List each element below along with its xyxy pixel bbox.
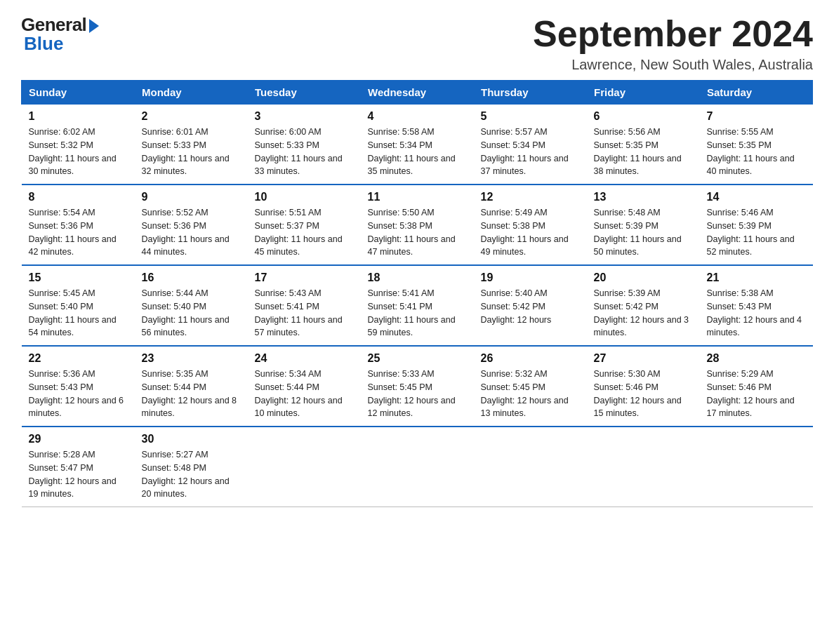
calendar-day-cell [700, 427, 813, 507]
calendar-day-cell: 29 Sunrise: 5:28 AM Sunset: 5:47 PM Dayl… [22, 427, 135, 507]
calendar-day-cell: 3 Sunrise: 6:00 AM Sunset: 5:33 PM Dayli… [248, 105, 361, 185]
day-number: 17 [255, 271, 354, 284]
calendar-table: Sunday Monday Tuesday Wednesday Thursday… [21, 80, 813, 507]
day-info: Sunrise: 5:51 AM Sunset: 5:37 PM Dayligh… [255, 206, 354, 259]
day-info: Sunrise: 5:49 AM Sunset: 5:38 PM Dayligh… [481, 206, 580, 259]
calendar-header: Sunday Monday Tuesday Wednesday Thursday… [22, 81, 813, 105]
day-info: Sunrise: 5:46 AM Sunset: 5:39 PM Dayligh… [707, 206, 806, 259]
day-info: Sunrise: 5:54 AM Sunset: 5:36 PM Dayligh… [29, 206, 128, 259]
day-info: Sunrise: 5:40 AM Sunset: 5:42 PM Dayligh… [481, 287, 580, 326]
calendar-week-row: 22 Sunrise: 5:36 AM Sunset: 5:43 PM Dayl… [22, 346, 813, 427]
calendar-day-cell: 16 Sunrise: 5:44 AM Sunset: 5:40 PM Dayl… [135, 265, 248, 346]
day-number: 1 [29, 110, 128, 123]
calendar-day-cell: 1 Sunrise: 6:02 AM Sunset: 5:32 PM Dayli… [22, 105, 135, 185]
day-info: Sunrise: 5:45 AM Sunset: 5:40 PM Dayligh… [29, 287, 128, 340]
calendar-week-row: 1 Sunrise: 6:02 AM Sunset: 5:32 PM Dayli… [22, 105, 813, 185]
day-number: 3 [255, 110, 354, 123]
day-number: 2 [142, 110, 241, 123]
day-number: 25 [368, 352, 467, 365]
location-label: Lawrence, New South Wales, Australia [533, 57, 813, 73]
calendar-day-cell: 18 Sunrise: 5:41 AM Sunset: 5:41 PM Dayl… [361, 265, 474, 346]
day-number: 15 [29, 271, 128, 284]
day-info: Sunrise: 5:38 AM Sunset: 5:43 PM Dayligh… [707, 287, 806, 340]
logo-arrow-icon [89, 19, 99, 33]
day-number: 12 [481, 191, 580, 203]
day-info: Sunrise: 5:50 AM Sunset: 5:38 PM Dayligh… [368, 206, 467, 259]
day-info: Sunrise: 5:34 AM Sunset: 5:44 PM Dayligh… [255, 368, 354, 420]
day-info: Sunrise: 6:00 AM Sunset: 5:33 PM Dayligh… [255, 126, 354, 178]
day-info: Sunrise: 5:33 AM Sunset: 5:45 PM Dayligh… [368, 368, 467, 420]
day-info: Sunrise: 5:58 AM Sunset: 5:34 PM Dayligh… [368, 126, 467, 178]
calendar-day-cell [474, 427, 587, 507]
calendar-day-cell: 28 Sunrise: 5:29 AM Sunset: 5:46 PM Dayl… [700, 346, 813, 427]
calendar-day-cell [587, 427, 700, 507]
day-info: Sunrise: 5:29 AM Sunset: 5:46 PM Dayligh… [707, 368, 806, 420]
title-section: September 2024 Lawrence, New South Wales… [533, 14, 813, 73]
day-number: 4 [368, 110, 467, 123]
day-number: 19 [481, 271, 580, 284]
header-wednesday: Wednesday [361, 81, 474, 105]
day-number: 14 [707, 191, 806, 203]
logo: General Blue [21, 14, 99, 55]
page-header: General Blue September 2024 Lawrence, Ne… [21, 14, 813, 73]
day-info: Sunrise: 5:32 AM Sunset: 5:45 PM Dayligh… [481, 368, 580, 420]
calendar-day-cell: 10 Sunrise: 5:51 AM Sunset: 5:37 PM Dayl… [248, 185, 361, 265]
day-number: 27 [594, 352, 693, 365]
day-number: 24 [255, 352, 354, 365]
weekday-header-row: Sunday Monday Tuesday Wednesday Thursday… [22, 81, 813, 105]
calendar-day-cell: 14 Sunrise: 5:46 AM Sunset: 5:39 PM Dayl… [700, 185, 813, 265]
calendar-day-cell [248, 427, 361, 507]
logo-blue-text: Blue [24, 33, 63, 55]
day-number: 11 [368, 191, 467, 203]
calendar-day-cell: 13 Sunrise: 5:48 AM Sunset: 5:39 PM Dayl… [587, 185, 700, 265]
header-friday: Friday [587, 81, 700, 105]
calendar-day-cell: 24 Sunrise: 5:34 AM Sunset: 5:44 PM Dayl… [248, 346, 361, 427]
calendar-day-cell: 15 Sunrise: 5:45 AM Sunset: 5:40 PM Dayl… [22, 265, 135, 346]
day-info: Sunrise: 5:30 AM Sunset: 5:46 PM Dayligh… [594, 368, 693, 420]
day-info: Sunrise: 5:57 AM Sunset: 5:34 PM Dayligh… [481, 126, 580, 178]
calendar-week-row: 8 Sunrise: 5:54 AM Sunset: 5:36 PM Dayli… [22, 185, 813, 265]
calendar-day-cell: 20 Sunrise: 5:39 AM Sunset: 5:42 PM Dayl… [587, 265, 700, 346]
day-info: Sunrise: 5:39 AM Sunset: 5:42 PM Dayligh… [594, 287, 693, 340]
day-info: Sunrise: 5:43 AM Sunset: 5:41 PM Dayligh… [255, 287, 354, 340]
calendar-week-row: 15 Sunrise: 5:45 AM Sunset: 5:40 PM Dayl… [22, 265, 813, 346]
header-tuesday: Tuesday [248, 81, 361, 105]
month-title: September 2024 [533, 14, 813, 54]
calendar-day-cell: 7 Sunrise: 5:55 AM Sunset: 5:35 PM Dayli… [700, 105, 813, 185]
calendar-day-cell: 2 Sunrise: 6:01 AM Sunset: 5:33 PM Dayli… [135, 105, 248, 185]
calendar-day-cell: 11 Sunrise: 5:50 AM Sunset: 5:38 PM Dayl… [361, 185, 474, 265]
day-info: Sunrise: 5:35 AM Sunset: 5:44 PM Dayligh… [142, 368, 241, 420]
calendar-day-cell: 4 Sunrise: 5:58 AM Sunset: 5:34 PM Dayli… [361, 105, 474, 185]
day-info: Sunrise: 5:44 AM Sunset: 5:40 PM Dayligh… [142, 287, 241, 340]
day-info: Sunrise: 6:01 AM Sunset: 5:33 PM Dayligh… [142, 126, 241, 178]
day-number: 8 [29, 191, 128, 203]
day-number: 28 [707, 352, 806, 365]
day-number: 5 [481, 110, 580, 123]
day-number: 16 [142, 271, 241, 284]
day-number: 30 [142, 433, 241, 445]
calendar-day-cell: 17 Sunrise: 5:43 AM Sunset: 5:41 PM Dayl… [248, 265, 361, 346]
calendar-day-cell: 27 Sunrise: 5:30 AM Sunset: 5:46 PM Dayl… [587, 346, 700, 427]
day-number: 18 [368, 271, 467, 284]
calendar-day-cell: 23 Sunrise: 5:35 AM Sunset: 5:44 PM Dayl… [135, 346, 248, 427]
day-number: 29 [29, 433, 128, 445]
calendar-day-cell: 19 Sunrise: 5:40 AM Sunset: 5:42 PM Dayl… [474, 265, 587, 346]
day-info: Sunrise: 6:02 AM Sunset: 5:32 PM Dayligh… [29, 126, 128, 178]
day-info: Sunrise: 5:36 AM Sunset: 5:43 PM Dayligh… [29, 368, 128, 420]
calendar-day-cell: 30 Sunrise: 5:27 AM Sunset: 5:48 PM Dayl… [135, 427, 248, 507]
day-number: 10 [255, 191, 354, 203]
day-number: 6 [594, 110, 693, 123]
day-number: 22 [29, 352, 128, 365]
calendar-day-cell: 5 Sunrise: 5:57 AM Sunset: 5:34 PM Dayli… [474, 105, 587, 185]
calendar-day-cell: 8 Sunrise: 5:54 AM Sunset: 5:36 PM Dayli… [22, 185, 135, 265]
header-monday: Monday [135, 81, 248, 105]
day-info: Sunrise: 5:56 AM Sunset: 5:35 PM Dayligh… [594, 126, 693, 178]
day-info: Sunrise: 5:41 AM Sunset: 5:41 PM Dayligh… [368, 287, 467, 340]
header-sunday: Sunday [22, 81, 135, 105]
header-saturday: Saturday [700, 81, 813, 105]
day-number: 9 [142, 191, 241, 203]
day-info: Sunrise: 5:48 AM Sunset: 5:39 PM Dayligh… [594, 206, 693, 259]
calendar-day-cell: 25 Sunrise: 5:33 AM Sunset: 5:45 PM Dayl… [361, 346, 474, 427]
day-number: 20 [594, 271, 693, 284]
day-number: 26 [481, 352, 580, 365]
